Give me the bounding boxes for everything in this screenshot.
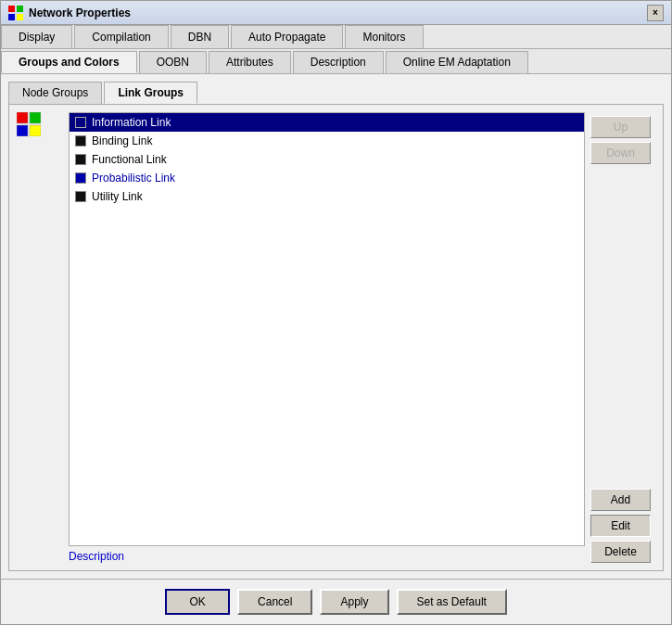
second-tabs: Groups and Colors OOBN Attributes Descri… — [1, 49, 671, 74]
apply-button[interactable]: Apply — [320, 589, 388, 615]
set-as-default-button[interactable]: Set as Default — [397, 589, 507, 615]
app-icon — [8, 6, 23, 20]
item-label: Information Link — [92, 116, 171, 129]
cancel-button[interactable]: Cancel — [237, 589, 312, 615]
tab-description[interactable]: Description — [293, 51, 384, 73]
add-button[interactable]: Add — [590, 489, 651, 511]
delete-button[interactable]: Delete — [590, 541, 651, 563]
ok-button[interactable]: OK — [165, 589, 230, 615]
tab-display[interactable]: Display — [1, 25, 72, 48]
tab-attributes[interactable]: Attributes — [209, 51, 291, 73]
list-item[interactable]: Utility Link — [70, 187, 584, 206]
tab-link-groups[interactable]: Link Groups — [104, 82, 197, 104]
tab-online-em[interactable]: Online EM Adaptation — [386, 51, 528, 73]
svg-rect-3 — [17, 14, 23, 20]
tab-compilation[interactable]: Compilation — [74, 25, 168, 48]
tab-dbn[interactable]: DBN — [171, 25, 229, 48]
main-panel: Information Link Binding Link Functional… — [69, 112, 585, 563]
main-window: Network Properties × Display Compilation… — [0, 0, 672, 625]
svg-rect-4 — [17, 112, 28, 123]
edit-button[interactable]: Edit — [590, 515, 651, 537]
window-title: Network Properties — [29, 6, 131, 19]
svg-rect-6 — [17, 125, 28, 136]
tab-node-groups[interactable]: Node Groups — [8, 82, 102, 104]
item-label: Functional Link — [92, 153, 167, 166]
left-panel — [17, 112, 63, 563]
color-grid-icon — [17, 112, 41, 136]
svg-rect-7 — [30, 125, 41, 136]
title-bar: Network Properties × — [1, 1, 671, 25]
bottom-bar: OK Cancel Apply Set as Default — [1, 579, 671, 624]
right-panel: Up Down Add Edit Delete — [590, 112, 655, 563]
link-groups-list[interactable]: Information Link Binding Link Functional… — [69, 112, 585, 546]
svg-rect-0 — [8, 6, 15, 12]
panel: Information Link Binding Link Functional… — [8, 104, 664, 571]
tab-oobn[interactable]: OOBN — [139, 51, 207, 73]
list-item[interactable]: Functional Link — [70, 150, 584, 169]
list-item[interactable]: Probabilistic Link — [70, 169, 584, 187]
top-tabs: Display Compilation DBN Auto Propagate M… — [1, 25, 671, 49]
close-button[interactable]: × — [647, 5, 664, 21]
tab-monitors[interactable]: Monitors — [345, 25, 423, 48]
list-item[interactable]: Information Link — [70, 113, 584, 132]
item-color-information — [75, 117, 86, 128]
description-link[interactable]: Description — [69, 550, 585, 563]
item-color-binding — [75, 135, 86, 147]
item-color-functional — [75, 154, 86, 165]
item-color-probabilistic — [75, 172, 86, 184]
svg-rect-2 — [8, 14, 15, 20]
svg-rect-5 — [30, 112, 41, 123]
item-label: Probabilistic Link — [92, 172, 175, 185]
content-area: Node Groups Link Groups In — [1, 74, 671, 579]
down-button[interactable]: Down — [590, 142, 651, 164]
item-label: Binding Link — [92, 134, 152, 147]
list-item[interactable]: Binding Link — [70, 132, 584, 150]
item-label: Utility Link — [92, 190, 143, 203]
item-color-utility — [75, 191, 86, 202]
svg-rect-1 — [17, 6, 23, 12]
up-button[interactable]: Up — [590, 116, 651, 138]
inner-tabs: Node Groups Link Groups — [8, 82, 664, 104]
tab-auto-propagate[interactable]: Auto Propagate — [231, 25, 343, 48]
tab-groups-colors[interactable]: Groups and Colors — [1, 51, 137, 73]
